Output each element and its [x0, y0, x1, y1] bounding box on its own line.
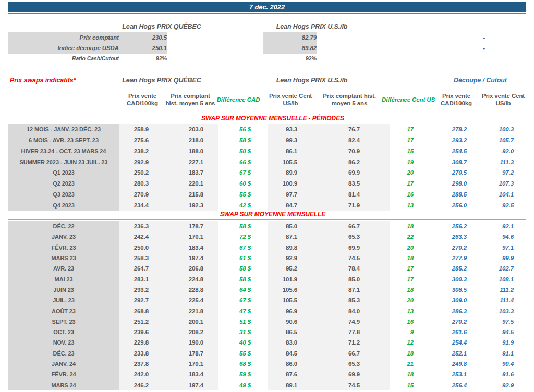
cell-c3: 67 $: [199, 242, 251, 253]
cell-c3: 68 $: [199, 359, 251, 369]
cell-c4: 87.6: [245, 369, 297, 379]
summary-cutout-value: -: [428, 43, 485, 53]
cell-c6: 17: [361, 178, 414, 189]
table-row: JUIL. 23292.7225.467 $105.585.320309.011…: [0, 295, 534, 305]
cell-c8: 92.1: [462, 221, 514, 231]
cell-c7: 285.2: [415, 263, 467, 274]
column-header-difference-cad: Différence CAD: [210, 88, 267, 112]
table-row: OCT. 23239.6208.231 $86.577.89261.694.5: [0, 327, 534, 337]
table-row: Q3 2023270.9215.855 $97.781.416288.5104.…: [0, 189, 534, 200]
summary-row-ratio: Ratio Cash/Cutout 92% 92%: [0, 54, 534, 63]
cell-c3: 64 $: [199, 285, 251, 295]
cell-c4: 89.1: [245, 379, 297, 390]
swaps-quebec-group-title: Lean Hogs PRIX QUÉBEC: [110, 76, 214, 84]
table-row: MAI 23283.1224.858 $101.985.017300.3108.…: [0, 274, 534, 284]
cell-c8: 111.2: [462, 285, 514, 295]
cell-c6: 17: [361, 124, 414, 135]
cell-c4: 83.0: [245, 337, 297, 348]
cell-c1: 264.7: [96, 263, 149, 274]
cell-c7: 256.0: [415, 200, 467, 211]
hog-price-report: 7 déc. 2022 Lean Hogs PRIX QUÉBEC Lean H…: [0, 0, 534, 392]
cell-c8: 105.7: [462, 135, 514, 146]
cell-c7: 249.8: [415, 359, 467, 369]
cell-c1: 268.8: [96, 305, 149, 316]
cell-c2: 208.2: [151, 327, 203, 337]
cell-c3: 50 $: [199, 146, 251, 157]
cell-c5: 70.9: [308, 146, 360, 157]
cell-c8: 107.3: [462, 178, 514, 189]
cell-c5: 77.8: [308, 327, 360, 337]
cell-c8: 92.0: [462, 146, 514, 157]
table-row: SEPT. 23251.2200.151 $90.674.916270.297.…: [0, 316, 534, 327]
cell-c8: 111.3: [462, 156, 514, 167]
cell-c6: 22: [361, 231, 414, 242]
cell-c7: 253.1: [415, 369, 467, 379]
cell-c2: 183.4: [151, 242, 203, 253]
cell-c4: 97.7: [245, 189, 297, 200]
table-row: 6 MOIS - AVR. 23 SEPT. 23275.6218.058 $9…: [0, 135, 534, 146]
cell-c7: 263.3: [415, 231, 467, 242]
cell-c8: 90.4: [462, 359, 514, 369]
cell-c7: 261.6: [415, 327, 467, 337]
periods-table: 12 MOIS - JANV. 23 DÉC. 23258.9203.056 $…: [0, 124, 534, 211]
cell-c8: 91.6: [462, 369, 514, 379]
cell-c1: 292.9: [96, 156, 149, 167]
cell-c3: 47 $: [199, 305, 251, 316]
cell-c8: 102.7: [462, 263, 514, 274]
cell-c1: 239.6: [96, 327, 149, 337]
cell-c3: 55 $: [199, 189, 251, 200]
cell-c3: 60 $: [199, 178, 251, 189]
cell-c6: 18: [361, 348, 414, 359]
cell-c5: 85.0: [308, 274, 360, 284]
table-row: JUIN 23293.2228.864 $105.687.118308.5111…: [0, 285, 534, 295]
cell-c2: 227.1: [151, 156, 203, 167]
table-row: FÉVR. 24242.0183.459 $87.669.918253.191.…: [0, 369, 534, 379]
table-row: FÉVR. 23250.0183.467 $89.869.920270.297.…: [0, 242, 534, 253]
cell-c6: 18: [361, 253, 414, 263]
cell-c4: 84.5: [245, 348, 297, 359]
swaps-cutout-group-title: Découpe / Cutout: [428, 76, 532, 84]
cell-c7: 308.5: [415, 285, 467, 295]
cell-c2: 224.8: [151, 274, 203, 284]
cell-c3: 58 $: [199, 221, 251, 231]
cell-c1: 258.9: [96, 124, 149, 135]
cell-c3: 67 $: [199, 167, 251, 178]
cell-c2: 183.4: [151, 369, 203, 379]
cell-c2: 192.3: [151, 200, 203, 211]
cell-c5: 78.4: [308, 263, 360, 274]
cell-c6: 17: [361, 263, 414, 274]
cell-c7: 256.2: [415, 221, 467, 231]
summary-quebec-value: 92%: [115, 54, 167, 63]
cell-c4: 84.7: [245, 200, 297, 211]
cell-c4: 87.1: [245, 231, 297, 242]
cell-c8: 97.1: [462, 242, 514, 253]
cell-c8: 99.9: [462, 253, 514, 263]
cell-c6: 15: [361, 379, 414, 390]
cell-c4: 86.5: [245, 327, 297, 337]
cell-c1: 258.3: [96, 253, 149, 263]
cell-c7: 270.5: [415, 167, 467, 178]
summary-quebec-value: 250.1: [115, 43, 167, 53]
table-row: DÉC. 23233.8178.755 $84.566.718252.191.1: [0, 348, 534, 359]
cell-c1: 283.1: [96, 274, 149, 284]
cell-c6: 16: [361, 316, 414, 327]
cell-c2: 228.8: [151, 285, 203, 295]
cell-c4: 86.0: [245, 359, 297, 369]
cell-c8: 91.9: [462, 337, 514, 348]
column-header-prix-vente-cad: Prix vente CAD/100kg: [114, 88, 171, 112]
cell-c7: 308.7: [415, 156, 467, 167]
cell-c5: 71.9: [308, 200, 360, 211]
cell-c5: 69.9: [308, 167, 360, 178]
cell-c5: 74.5: [308, 379, 360, 390]
cell-c7: 298.0: [415, 178, 467, 189]
cell-c8: 91.1: [462, 348, 514, 359]
cell-c2: 183.7: [151, 167, 203, 178]
cell-c2: 170.1: [151, 231, 203, 242]
cell-c3: 51 $: [199, 316, 251, 327]
cell-c1: 251.2: [96, 316, 149, 327]
cell-c8: 94.6: [462, 231, 514, 242]
summary-us-value: 92%: [263, 54, 317, 63]
cell-c5: 76.7: [308, 124, 360, 135]
cell-c1: 280.3: [96, 178, 149, 189]
cell-c3: 56 $: [199, 124, 251, 135]
